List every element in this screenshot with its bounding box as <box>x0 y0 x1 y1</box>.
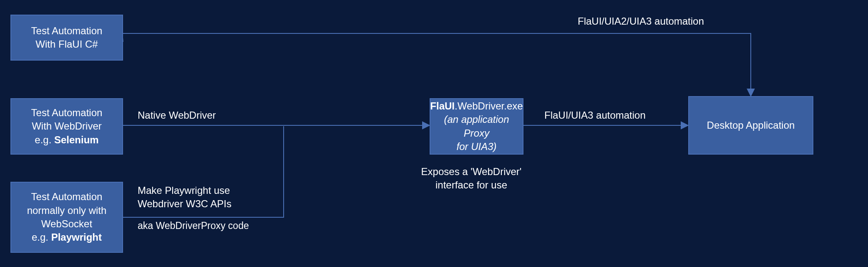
box-playwright-line4-prefix: e.g. <box>32 231 51 243</box>
box-selenium-line2: With WebDriver <box>32 120 102 132</box>
box-selenium-line1: Test Automation <box>31 107 103 118</box>
label-exposes-line2: interface for use <box>435 179 507 191</box>
box-desktop-text: Desktop Application <box>707 120 795 131</box>
box-proxy-line1-bold: FlaUI <box>430 100 455 112</box>
label-exposes: Exposes a 'WebDriver' interface for use <box>388 165 555 192</box>
box-playwright-line4-bold: Playwright <box>51 231 102 243</box>
box-proxy: FlaUI.WebDriver.exe (an application Prox… <box>430 98 523 155</box>
box-proxy-line1-rest: .WebDriver.exe <box>455 100 523 112</box>
box-playwright-line1: Test Automation <box>31 191 103 202</box>
box-flaui-line2: With FlaUI C# <box>35 38 98 50</box>
box-selenium-line3-prefix: e.g. <box>35 134 54 145</box>
box-playwright-line3: WebSocket <box>41 218 92 229</box>
box-proxy-line3: for UIA3) <box>456 141 496 152</box>
box-playwright-line2: normally only with <box>27 205 107 216</box>
label-playwright-path: Make Playwright use Webdriver W3C APIs <box>138 184 231 211</box>
box-flaui-line1: Test Automation <box>31 25 103 36</box>
label-pw-line1: Make Playwright use <box>138 185 230 196</box>
box-playwright: Test Automation normally only with WebSo… <box>10 182 123 253</box>
label-native-webdriver: Native WebDriver <box>138 109 216 122</box>
box-proxy-line2: (an application Proxy <box>444 114 509 138</box>
box-flaui-csharp: Test Automation With FlaUI C# <box>10 15 123 61</box>
label-exposes-line1: Exposes a 'WebDriver' <box>421 166 522 177</box>
box-desktop-app: Desktop Application <box>688 96 813 155</box>
box-selenium: Test Automation With WebDriver e.g. Sele… <box>10 98 123 155</box>
label-top-edge: FlaUI/UIA2/UIA3 automation <box>578 15 704 28</box>
label-pw-line2: Webdriver W3C APIs <box>138 198 231 209</box>
label-right-edge: FlaUI/UIA3 automation <box>544 109 646 122</box>
label-wdproxy-sub: aka WebDriverProxy code <box>138 219 249 232</box>
box-selenium-line3-bold: Selenium <box>54 134 99 145</box>
